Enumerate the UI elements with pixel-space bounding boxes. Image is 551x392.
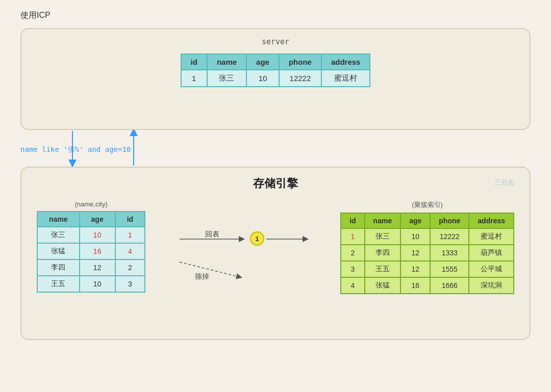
index-subtitle: (name,city) [37,200,145,208]
page-title: 使用ICP [20,10,531,21]
server-table: idnameagephoneaddress 1张三1012222蜜逗村 [181,54,371,87]
right-index-section: (聚簇索引) idnameagephoneaddress 1张三1012222蜜… [340,200,514,294]
server-box: server idnameagephoneaddress 1张三1012222蜜… [20,28,531,130]
label-huitiao: 回表 [205,230,219,239]
engine-title: 存储引擎 [253,176,298,191]
left-index-section: (name,city) nameageid 张三101张猛164李四122王五1… [37,200,145,293]
svg-line-4 [180,262,241,277]
engine-box: 存储引擎 (name,city) nameageid 张三101张猛164李四1… [20,167,531,340]
label-shaidiao: 筛掉 [195,272,209,281]
watermark: 三分志 [494,178,514,187]
cluster-subtitle: (聚簇索引) [340,200,514,210]
cluster-table: idnameagephoneaddress 1张三1012222蜜逗村2李四12… [340,213,514,294]
index-table: nameageid 张三101张猛164李四122王五103 [37,211,145,293]
server-label: server [37,37,514,46]
query-label: name like '张%' and age=10 [20,145,131,154]
badge-1: 1 [250,231,264,246]
